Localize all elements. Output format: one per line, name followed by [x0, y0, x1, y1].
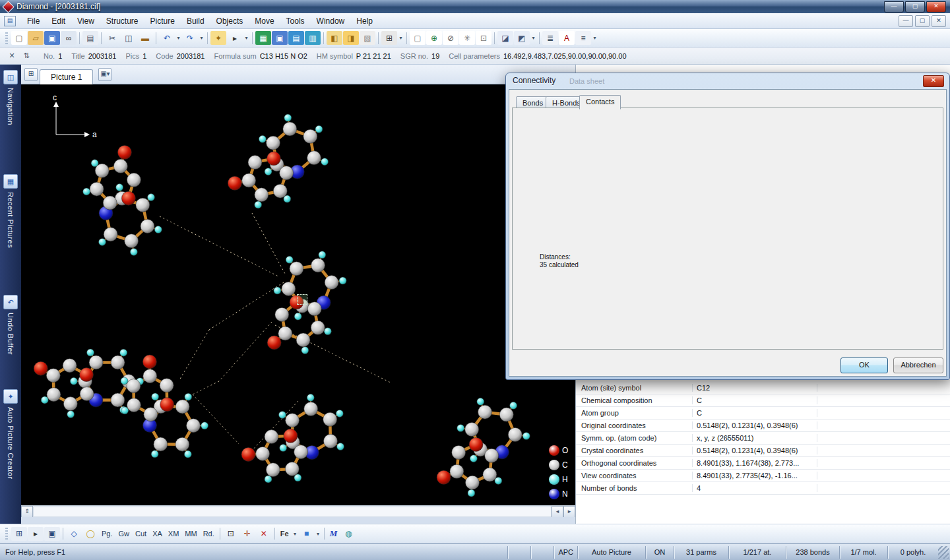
close-button[interactable]: ✕	[926, 1, 946, 13]
sidebar-item-navigation[interactable]: ◫ Navigation	[0, 65, 21, 169]
cancel-button[interactable]: Abbrechen	[893, 358, 943, 373]
atom-h[interactable]	[147, 194, 154, 201]
atom-c[interactable]	[175, 437, 189, 451]
atom-o[interactable]	[284, 429, 298, 443]
canvas-horizontal-scrollbar[interactable]: ⇕ ◂ ▸	[21, 505, 575, 518]
status-pane-molecules[interactable]: 1/7 mol.	[839, 546, 887, 559]
atom-c[interactable]	[154, 437, 168, 451]
child-close-button[interactable]: ✕	[932, 15, 946, 27]
paste-icon[interactable]: ▬	[137, 31, 153, 45]
atom-h[interactable]	[274, 287, 281, 294]
dropdown-arrow-icon[interactable]: ▾	[592, 32, 598, 44]
tab-list-icon[interactable]: ⊞	[24, 68, 38, 81]
perspective-icon[interactable]: ◩	[514, 31, 530, 45]
structure-canvas[interactable]: c a OCHN	[21, 84, 575, 505]
find-icon[interactable]: ∞	[61, 31, 77, 45]
toolbar-grip[interactable]	[5, 32, 8, 44]
atom-h[interactable]	[185, 393, 192, 400]
atom-c[interactable]	[282, 282, 296, 296]
atom-c[interactable]	[465, 423, 479, 437]
atom-h[interactable]	[265, 168, 272, 175]
add-atom-icon[interactable]: ⊕	[426, 31, 442, 45]
atom-c[interactable]	[483, 468, 497, 482]
atom-c[interactable]	[143, 369, 157, 383]
fill-cell-icon[interactable]: ⊡	[476, 31, 491, 45]
atom-h[interactable]	[259, 135, 266, 142]
atom-h[interactable]	[510, 402, 517, 409]
atom-h[interactable]	[70, 377, 77, 385]
atom-c[interactable]	[283, 122, 297, 136]
atom-h[interactable]	[130, 248, 137, 255]
menu-move[interactable]: Move	[249, 15, 280, 28]
atom-h[interactable]	[280, 445, 287, 452]
atom-c[interactable]	[255, 188, 269, 202]
atom-h[interactable]	[67, 411, 75, 418]
atom-o[interactable]	[142, 355, 156, 369]
table-row[interactable]: Symm. op. (atom code) x, y, z (26555011)	[576, 431, 950, 445]
atom-c[interactable]	[265, 430, 278, 444]
menu-build[interactable]: Build	[181, 15, 210, 28]
table-row[interactable]: Chemical composition C	[576, 394, 950, 407]
atom-c[interactable]	[175, 400, 189, 414]
menu-view[interactable]: View	[71, 15, 100, 28]
atom-h[interactable]	[337, 443, 344, 451]
status-pane-apc[interactable]: APC	[554, 546, 577, 559]
picture-menu-icon[interactable]: ▣▾	[98, 68, 111, 81]
atom-h[interactable]	[121, 377, 128, 385]
atom-c[interactable]	[89, 356, 103, 369]
atom-c[interactable]	[46, 369, 60, 383]
dropdown-arrow-icon[interactable]: ▾	[530, 32, 536, 44]
ok-button[interactable]: OK	[840, 358, 888, 373]
rd-button[interactable]: Rd.	[201, 528, 217, 540]
atom-h[interactable]	[336, 410, 343, 417]
menu-structure[interactable]: Structure	[100, 15, 144, 28]
atom-c[interactable]	[266, 463, 280, 477]
print-icon[interactable]: ▤	[82, 31, 98, 45]
dropdown-arrow-icon[interactable]: ▾	[243, 32, 249, 44]
view-direction-icon[interactable]: ◪	[497, 31, 513, 45]
atom-c[interactable]	[296, 333, 310, 347]
atom-c[interactable]	[63, 397, 77, 411]
atom-h[interactable]	[154, 226, 162, 233]
pg-button[interactable]: Pg.	[99, 528, 115, 540]
atom-c[interactable]	[136, 198, 150, 212]
atom-c[interactable]	[307, 151, 321, 165]
minimize-button[interactable]: —	[884, 1, 904, 13]
atom-h[interactable]	[201, 422, 208, 429]
pan-hand-icon[interactable]: ✦	[210, 31, 226, 45]
atom-c[interactable]	[111, 393, 125, 407]
atom-c[interactable]	[303, 129, 317, 143]
atom-c[interactable]	[160, 379, 174, 392]
status-pane-on[interactable]: ON	[645, 546, 674, 559]
polyhedron-tool-icon[interactable]: ◇	[66, 527, 82, 541]
atom-o[interactable]	[228, 176, 241, 190]
structure-table-icon[interactable]: ▦	[255, 31, 271, 45]
select-objects-icon[interactable]: ⊞	[11, 527, 27, 541]
menu-picture[interactable]: Picture	[144, 15, 181, 28]
atom-h[interactable]	[184, 451, 191, 458]
edit-picture-icon[interactable]: ▸	[28, 527, 44, 541]
atom-h[interactable]	[294, 313, 301, 320]
text-label-icon[interactable]: A	[559, 31, 575, 45]
atom-c[interactable]	[186, 419, 200, 433]
delete-tool-icon[interactable]: ✕	[256, 527, 272, 541]
menu-help[interactable]: Help	[350, 15, 379, 28]
atom-c[interactable]	[323, 412, 337, 426]
atom-c[interactable]	[103, 196, 117, 210]
copy-icon[interactable]: ◫	[121, 31, 137, 45]
atom-h[interactable]	[468, 489, 475, 497]
atom-h[interactable]	[265, 476, 272, 483]
atom-o[interactable]	[160, 398, 174, 412]
child-restore-button[interactable]: ▢	[915, 15, 930, 27]
scrollbar-track[interactable]	[33, 507, 552, 517]
atom-c[interactable]	[499, 408, 513, 421]
toolbar-grip[interactable]	[5, 528, 8, 540]
atom-c[interactable]	[104, 228, 117, 241]
atom-o[interactable]	[267, 152, 280, 166]
table-row[interactable]: Orthogonal coordinates 8.4901(33), 1.167…	[576, 456, 950, 470]
new-picture-icon[interactable]: ◧	[327, 31, 342, 45]
fe-button[interactable]: Fe	[278, 528, 292, 540]
data-sheet-icon[interactable]: ▤	[288, 31, 304, 45]
atom-h[interactable]	[87, 349, 94, 356]
atom-c[interactable]	[80, 387, 94, 401]
